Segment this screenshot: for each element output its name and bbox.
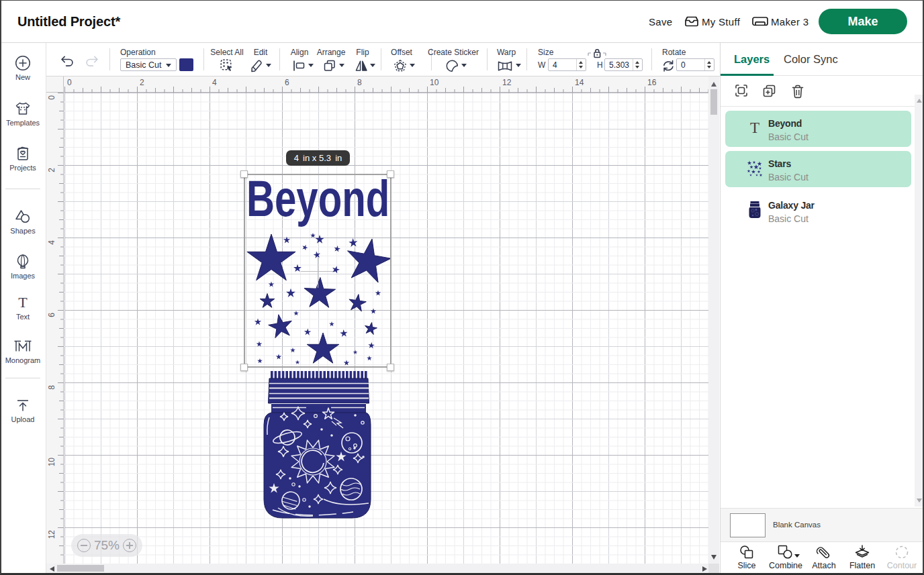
svg-text:T: T [18, 294, 28, 311]
